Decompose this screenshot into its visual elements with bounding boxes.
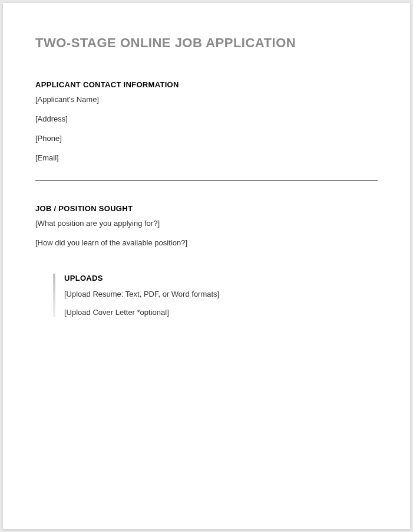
contact-heading: APPLICANT CONTACT INFORMATION xyxy=(35,80,378,89)
section-divider xyxy=(35,180,378,180)
position-heading: JOB / POSITION SOUGHT xyxy=(35,204,378,213)
uploads-section: UPLOADS [Upload Resume: Text, PDF, or Wo… xyxy=(53,274,378,317)
document-page: TWO-STAGE ONLINE JOB APPLICATION APPLICA… xyxy=(3,3,410,529)
uploads-heading: UPLOADS xyxy=(64,274,378,283)
contact-section: APPLICANT CONTACT INFORMATION [Applicant… xyxy=(35,80,378,162)
email-field[interactable]: [Email] xyxy=(35,153,378,162)
position-section: JOB / POSITION SOUGHT [What position are… xyxy=(35,204,378,247)
position-learned-field[interactable]: [How did you learn of the available posi… xyxy=(35,238,378,247)
phone-field[interactable]: [Phone] xyxy=(35,134,378,143)
address-field[interactable]: [Address] xyxy=(35,114,378,123)
page-title: TWO-STAGE ONLINE JOB APPLICATION xyxy=(35,35,378,51)
applicant-name-field[interactable]: [Applicant's Name] xyxy=(35,95,378,104)
upload-resume-field[interactable]: [Upload Resume: Text, PDF, or Word forma… xyxy=(64,290,378,298)
upload-cover-letter-field[interactable]: [Upload Cover Letter *optional] xyxy=(64,308,378,317)
position-applying-field[interactable]: [What position are you applying for?] xyxy=(35,219,378,228)
